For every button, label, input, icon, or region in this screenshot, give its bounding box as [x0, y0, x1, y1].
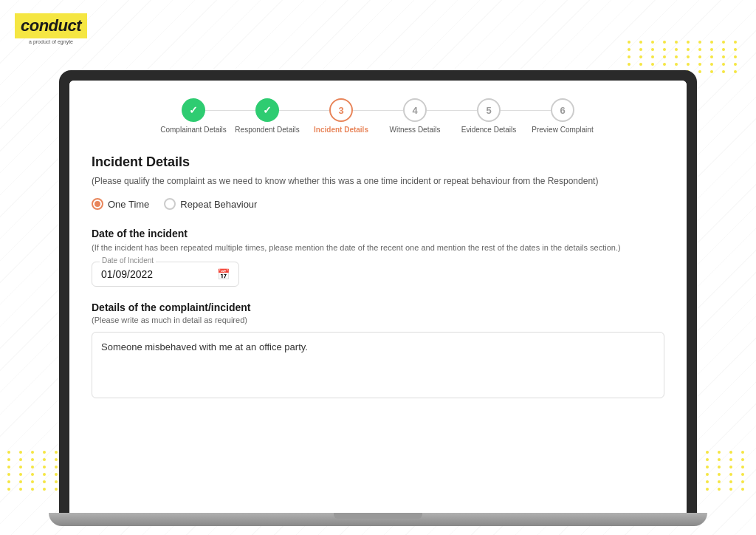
logo-subtitle: a product of egnyte [15, 39, 87, 44]
step-6-number: 6 [560, 105, 565, 116]
calendar-icon[interactable]: 📅 [217, 268, 230, 280]
form-content: ✓ Complainant Details ✓ Respondent Detai… [69, 81, 687, 513]
laptop-outer: ✓ Complainant Details ✓ Respondent Detai… [59, 70, 697, 513]
laptop-wrapper: ✓ Complainant Details ✓ Respondent Detai… [59, 70, 697, 513]
step-1: ✓ Complainant Details [157, 98, 230, 134]
step-6: 6 Preview Complaint [526, 98, 599, 134]
date-input-label: Date of Incident [100, 256, 156, 265]
step-2-check: ✓ [263, 104, 272, 116]
step-1-check: ✓ [189, 104, 198, 116]
dot-pattern-bottom-right [694, 451, 749, 491]
laptop-notch [334, 513, 422, 519]
laptop-base [49, 513, 707, 526]
complaint-section-title: Details of the complaint/incident [92, 301, 664, 313]
step-2-label: Respondent Details [235, 126, 299, 134]
step-6-circle: 6 [551, 98, 574, 122]
radio-one-time-label: One Time [108, 199, 149, 210]
date-input-wrapper[interactable]: Date of Incident 01/09/2022 📅 [92, 262, 239, 287]
radio-repeat-behaviour[interactable]: Repeat Behaviour [164, 198, 257, 210]
logo-text: conduct [21, 16, 81, 35]
logo: conduct a product of egnyte [15, 13, 87, 44]
step-1-label: Complainant Details [160, 126, 227, 134]
step-3-circle: 3 [329, 98, 353, 122]
laptop-screen: ✓ Complainant Details ✓ Respondent Detai… [69, 81, 687, 513]
radio-repeat-label: Repeat Behaviour [180, 199, 257, 210]
stepper: ✓ Complainant Details ✓ Respondent Detai… [92, 98, 664, 134]
step-1-circle: ✓ [182, 98, 205, 122]
step-3-number: 3 [338, 105, 343, 116]
radio-repeat-circle[interactable] [164, 198, 176, 210]
step-4-label: Witness Details [390, 126, 441, 134]
step-5: 5 Evidence Details [452, 98, 526, 134]
step-5-circle: 5 [477, 98, 501, 122]
dot-pattern-top-right [628, 41, 741, 73]
step-4: 4 Witness Details [378, 98, 452, 134]
radio-one-time-circle[interactable] [92, 198, 103, 210]
incident-description: (Please qualify the complaint as we need… [92, 174, 664, 188]
step-4-number: 4 [412, 105, 417, 116]
date-input-value: 01/09/2022 [101, 268, 217, 280]
date-section: Date of the incident (If the incident ha… [92, 228, 664, 287]
step-4-circle: 4 [403, 98, 427, 122]
incident-type-radio-group: One Time Repeat Behaviour [92, 198, 664, 210]
complaint-section-description: (Please write as much in detail as requi… [92, 316, 664, 324]
step-3: 3 Incident Details [304, 98, 378, 134]
step-2: ✓ Respondent Details [230, 98, 304, 134]
date-section-title: Date of the incident [92, 228, 664, 239]
step-2-circle: ✓ [255, 98, 279, 122]
radio-one-time-inner [94, 201, 100, 207]
complaint-textarea[interactable] [92, 332, 664, 398]
incident-title: Incident Details [92, 154, 664, 170]
step-5-number: 5 [486, 105, 491, 116]
date-section-description: (If the incident has been repeated multi… [92, 242, 664, 254]
complaint-section: Details of the complaint/incident (Pleas… [92, 301, 664, 401]
logo-box: conduct [15, 13, 87, 38]
step-3-label: Incident Details [314, 126, 368, 134]
radio-one-time[interactable]: One Time [92, 198, 149, 210]
step-5-label: Evidence Details [461, 126, 516, 134]
dot-pattern-bottom-left [7, 451, 62, 491]
step-6-label: Preview Complaint [532, 126, 593, 134]
